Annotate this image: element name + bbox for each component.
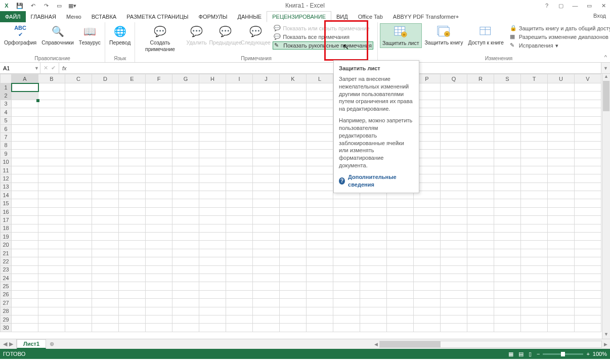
cell[interactable] [172, 83, 199, 92]
cell[interactable] [199, 141, 226, 149]
cell[interactable] [12, 92, 38, 100]
expand-formula-icon[interactable]: ▼ [601, 63, 610, 73]
cell[interactable] [38, 265, 65, 274]
cell[interactable] [360, 299, 387, 307]
cell[interactable] [12, 100, 38, 108]
cell[interactable] [575, 191, 601, 199]
cell[interactable] [119, 290, 146, 298]
cell[interactable] [307, 133, 333, 141]
cell[interactable] [38, 141, 65, 149]
cell[interactable] [12, 290, 38, 298]
cell[interactable] [414, 290, 441, 298]
tab-view[interactable]: ВИД [331, 11, 353, 22]
cell[interactable] [548, 207, 575, 215]
cell[interactable] [38, 116, 65, 124]
cell[interactable] [494, 216, 521, 224]
cell[interactable] [521, 108, 548, 116]
cell[interactable] [548, 174, 575, 183]
cell[interactable] [521, 141, 548, 149]
cell[interactable] [575, 241, 601, 249]
cell[interactable] [119, 92, 146, 100]
cell[interactable] [226, 249, 253, 257]
cell[interactable] [226, 83, 253, 92]
cell[interactable] [92, 282, 119, 290]
cell[interactable] [199, 324, 226, 332]
add-sheet-button[interactable]: ⊕ [46, 339, 57, 349]
row-header-15[interactable]: 15 [1, 199, 12, 207]
cell[interactable] [521, 92, 548, 100]
cell[interactable] [494, 100, 521, 108]
cell[interactable] [414, 199, 441, 207]
cell[interactable] [226, 299, 253, 307]
cell[interactable] [38, 315, 65, 323]
cell[interactable] [414, 257, 441, 265]
cell[interactable] [467, 224, 494, 232]
cell[interactable] [146, 274, 172, 282]
cell[interactable] [92, 183, 119, 191]
cell[interactable] [146, 158, 172, 166]
cell[interactable] [146, 224, 172, 232]
cell[interactable] [441, 274, 467, 282]
cell[interactable] [146, 124, 172, 132]
cell[interactable] [119, 274, 146, 282]
cell[interactable] [280, 108, 307, 116]
cell[interactable] [226, 257, 253, 265]
cell[interactable] [548, 108, 575, 116]
allow-ranges-button[interactable]: ▦Разрешить изменение диапазонов [509, 33, 610, 41]
cell[interactable] [280, 183, 307, 191]
row-header-14[interactable]: 14 [1, 191, 12, 199]
cell[interactable] [38, 233, 65, 241]
cell[interactable] [280, 83, 307, 92]
cell[interactable] [119, 299, 146, 307]
cell[interactable] [307, 307, 333, 315]
cell[interactable] [360, 224, 387, 232]
cell[interactable] [548, 158, 575, 166]
cell[interactable] [521, 290, 548, 298]
cell[interactable] [199, 274, 226, 282]
cell[interactable] [521, 183, 548, 191]
cell[interactable] [12, 150, 38, 158]
cell[interactable] [146, 199, 172, 207]
cell[interactable] [92, 274, 119, 282]
row-header-10[interactable]: 10 [1, 158, 12, 166]
cell[interactable] [253, 108, 280, 116]
cell[interactable] [146, 183, 172, 191]
row-header-2[interactable]: 2 [1, 92, 12, 100]
cell[interactable] [307, 282, 333, 290]
cell[interactable] [199, 183, 226, 191]
row-header-17[interactable]: 17 [1, 216, 12, 224]
cell[interactable] [441, 324, 467, 332]
cell[interactable] [494, 108, 521, 116]
cell[interactable] [360, 307, 387, 315]
cell[interactable] [65, 241, 92, 249]
row-header-1[interactable]: 1 [1, 83, 12, 92]
cell[interactable] [146, 207, 172, 215]
cell[interactable] [575, 158, 601, 166]
cell[interactable] [521, 207, 548, 215]
cell[interactable] [521, 299, 548, 307]
cell[interactable] [38, 158, 65, 166]
cell[interactable] [575, 174, 601, 183]
cell[interactable] [414, 207, 441, 215]
cell[interactable] [172, 324, 199, 332]
cell[interactable] [12, 299, 38, 307]
cell[interactable] [441, 249, 467, 257]
cell[interactable] [494, 274, 521, 282]
tab-review[interactable]: РЕЦЕНЗИРОВАНИЕ [267, 11, 331, 22]
cell[interactable] [12, 133, 38, 141]
cell[interactable] [253, 174, 280, 183]
cell[interactable] [280, 100, 307, 108]
cell[interactable] [360, 290, 387, 298]
cell[interactable] [253, 207, 280, 215]
cell[interactable] [467, 150, 494, 158]
scroll-thumb[interactable] [603, 81, 609, 111]
cell[interactable] [146, 141, 172, 149]
cell[interactable] [92, 191, 119, 199]
cell[interactable] [199, 307, 226, 315]
cell[interactable] [92, 100, 119, 108]
cell[interactable] [280, 191, 307, 199]
cell[interactable] [280, 224, 307, 232]
cell[interactable] [441, 133, 467, 141]
cell[interactable] [172, 241, 199, 249]
cell[interactable] [467, 183, 494, 191]
